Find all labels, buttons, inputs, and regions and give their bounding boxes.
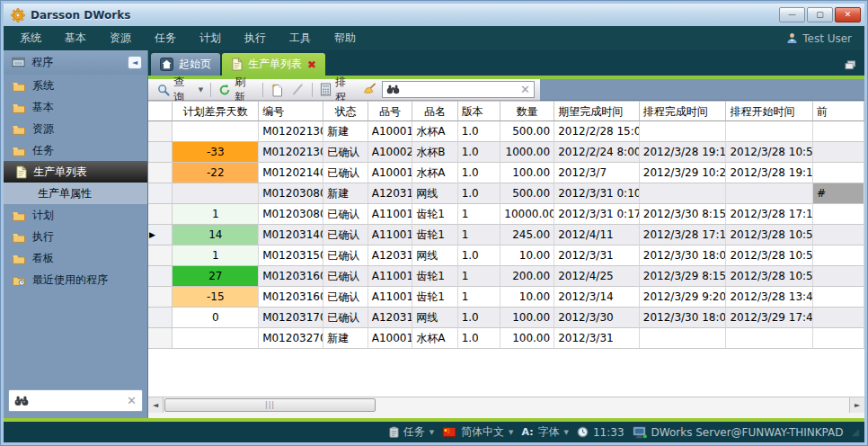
column-header-10[interactable]: 前 — [813, 101, 864, 121]
grid-search-clear-icon[interactable]: ✕ — [520, 83, 530, 96]
cell-pn: A11001 — [368, 287, 413, 308]
schedule-button[interactable]: 排程 — [316, 81, 359, 99]
sidebar-item-2[interactable]: 资源 — [4, 118, 147, 139]
pencil-icon — [291, 83, 305, 96]
maximize-button[interactable]: ▢ — [807, 7, 833, 22]
cell-status: 已确认 — [323, 245, 368, 266]
close-button[interactable]: ✕ — [835, 7, 861, 22]
cell-ver: 1.0 — [458, 308, 501, 328]
cell-end: 2012/3/30 8:15 — [640, 204, 727, 225]
cell-diff: 1 — [173, 245, 259, 266]
table-row[interactable]: -15M012031602已确认A11001齿轮1110.002012/3/14… — [148, 287, 864, 308]
sidebar-item-3[interactable]: 任务 — [4, 139, 147, 161]
edit-button[interactable] — [288, 81, 308, 99]
app-gear-icon — [11, 8, 25, 22]
sidebar-filter-clear-icon[interactable]: ✕ — [127, 394, 137, 407]
column-header-5[interactable]: 版本 — [458, 101, 501, 121]
new-document-icon — [270, 83, 284, 97]
new-button[interactable] — [267, 81, 288, 99]
cell-diff — [173, 121, 259, 142]
minimize-button[interactable]: — — [779, 7, 805, 22]
column-header-0[interactable]: 计划差异天数 — [173, 101, 259, 121]
column-header-9[interactable]: 排程开始时间 — [726, 101, 813, 121]
scroll-right-button[interactable]: ► — [849, 397, 864, 413]
cell-end: 2012/3/30 18:00 — [640, 245, 727, 266]
scrollbar-track[interactable]: ||| — [164, 397, 849, 413]
cell-status: 新建 — [323, 183, 368, 204]
tab-1[interactable]: 生产单列表✖ — [222, 53, 325, 76]
sidebar-collapse-button[interactable]: ◄ — [128, 56, 142, 69]
status-font-dropdown[interactable]: A: 字体 ▼ — [521, 424, 569, 440]
window-list-icon[interactable] — [844, 60, 857, 70]
cell-qty: 10.00 — [500, 287, 554, 308]
column-header-3[interactable]: 品号 — [368, 101, 413, 121]
sidebar-item-7[interactable]: 执行 — [4, 226, 147, 247]
scroll-left-button[interactable]: ◄ — [148, 397, 164, 413]
cell-due: 2012/4/25 — [554, 266, 640, 287]
grid-search-input[interactable] — [403, 84, 518, 96]
menu-item-3[interactable]: 任务 — [155, 31, 176, 46]
font-caret-icon: ▼ — [564, 429, 569, 436]
folder-clock-icon — [12, 274, 26, 286]
cell-code: M012031602 — [259, 287, 323, 308]
table-row[interactable]: ▶14M012031402已确认A11001齿轮11245.002012/4/1… — [148, 225, 864, 245]
table-row[interactable]: 27M012031601已确认A11001齿轮11200.002012/4/25… — [148, 266, 864, 287]
table-row[interactable]: -33M012021302已确认A10002水杯B1.01000.002012/… — [148, 142, 864, 163]
table-row[interactable]: 1M012031501已确认A12031网线1.010.002012/3/312… — [148, 245, 864, 266]
menu-item-1[interactable]: 基本 — [65, 31, 86, 46]
table-row[interactable]: M012021301新建A10001水杯A1.0500.002012/2/28 … — [148, 121, 864, 142]
sidebar-item-1[interactable]: 基本 — [4, 96, 147, 118]
tab-0[interactable]: 起始页 — [151, 53, 220, 76]
cell-status: 新建 — [323, 121, 368, 142]
table-row[interactable]: M012030801新建A12031网线1.0500.002012/3/31 0… — [148, 183, 864, 204]
programs-icon — [12, 57, 25, 68]
status-language-dropdown[interactable]: 简体中文 ▼ — [442, 424, 513, 440]
column-header-2[interactable]: 状态 — [323, 101, 368, 121]
folder-icon — [12, 210, 26, 221]
row-indicator-header[interactable] — [148, 101, 173, 121]
cell-start: 2012/3/28 10:52 — [726, 266, 813, 287]
cell-ovf — [813, 204, 864, 225]
clean-button[interactable] — [359, 81, 380, 99]
user-icon — [786, 32, 798, 44]
menu-item-7[interactable]: 帮助 — [334, 31, 356, 46]
row-indicator — [148, 163, 173, 183]
menu-item-4[interactable]: 计划 — [199, 31, 221, 46]
cell-diff: -33 — [173, 142, 259, 163]
column-header-1[interactable]: 编号 — [259, 101, 323, 121]
column-header-7[interactable]: 期望完成时间 — [554, 101, 640, 121]
sidebar-item-9[interactable]: 最近使用的程序 — [4, 269, 147, 290]
sidebar-item-6[interactable]: 计划 — [4, 204, 147, 226]
status-clock[interactable]: 11:33 — [577, 426, 624, 439]
sidebar-item-4[interactable]: 生产单列表 — [4, 161, 147, 183]
flag-icon — [442, 427, 456, 437]
tab-close-icon[interactable]: ✖ — [307, 58, 316, 71]
column-header-8[interactable]: 排程完成时间 — [640, 101, 727, 121]
sidebar-item-8[interactable]: 看板 — [4, 247, 147, 269]
sidebar-filter-input[interactable] — [32, 395, 123, 407]
table-row[interactable]: 1M012030802已确认A11001齿轮1110000.002012/3/3… — [148, 204, 864, 225]
column-header-6[interactable]: 数量 — [500, 101, 554, 121]
menu-item-0[interactable]: 系统 — [20, 31, 41, 46]
table-row[interactable]: 0M012031701已确认A12031网线1.0100.002012/3/30… — [148, 308, 864, 328]
cell-code: M012032701 — [259, 328, 323, 349]
menu-item-6[interactable]: 工具 — [289, 31, 311, 46]
menu-item-5[interactable]: 执行 — [244, 31, 266, 46]
sidebar-item-5[interactable]: 生产单属性 — [4, 183, 147, 204]
menu-item-2[interactable]: 资源 — [110, 31, 131, 46]
tab-label: 生产单列表 — [248, 57, 302, 72]
cell-status: 已确认 — [323, 266, 368, 287]
query-button[interactable]: 查询 ▼ — [154, 81, 207, 99]
status-server[interactable]: DWorks Server@FUNWAY-THINKPAD — [633, 426, 844, 439]
table-row[interactable]: -22M012021401已确认A10001水杯A1.0100.002012/3… — [148, 163, 864, 183]
user-area[interactable]: Test User — [786, 32, 852, 45]
status-task-dropdown[interactable]: 任务 ▼ — [389, 424, 434, 440]
resize-grip[interactable]: ◢ — [852, 426, 859, 438]
scrollbar-thumb[interactable]: ||| — [164, 398, 376, 412]
row-indicator — [148, 142, 173, 163]
table-row[interactable]: M012032701新建A10001水杯A1.0100.002012/3/31 — [148, 328, 864, 349]
cell-start — [726, 328, 813, 349]
refresh-button[interactable]: 刷新 — [215, 81, 259, 99]
column-header-4[interactable]: 品名 — [412, 101, 457, 121]
sidebar-item-0[interactable]: 系统 — [4, 75, 147, 96]
